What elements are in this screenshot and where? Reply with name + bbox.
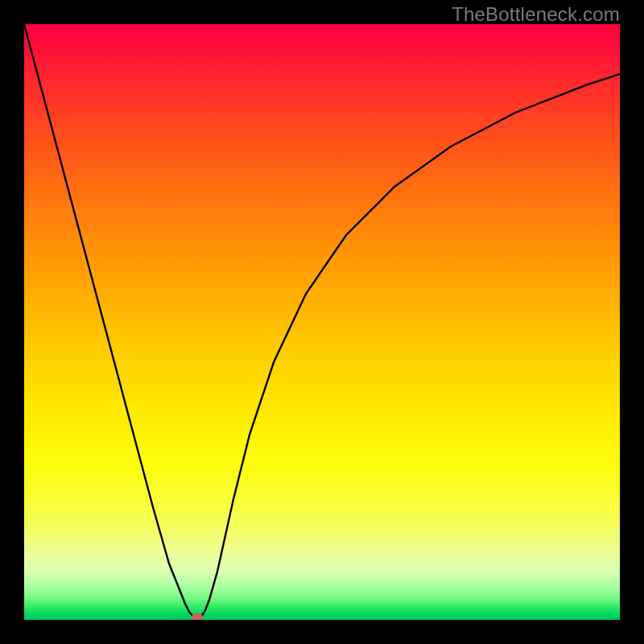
curve-layer (24, 24, 620, 620)
optimal-point-marker (192, 613, 203, 621)
plot-area (24, 24, 620, 620)
watermark-text: TheBottleneck.com (452, 3, 620, 26)
chart-frame: TheBottleneck.com (0, 0, 644, 644)
bottleneck-curve (24, 24, 620, 619)
